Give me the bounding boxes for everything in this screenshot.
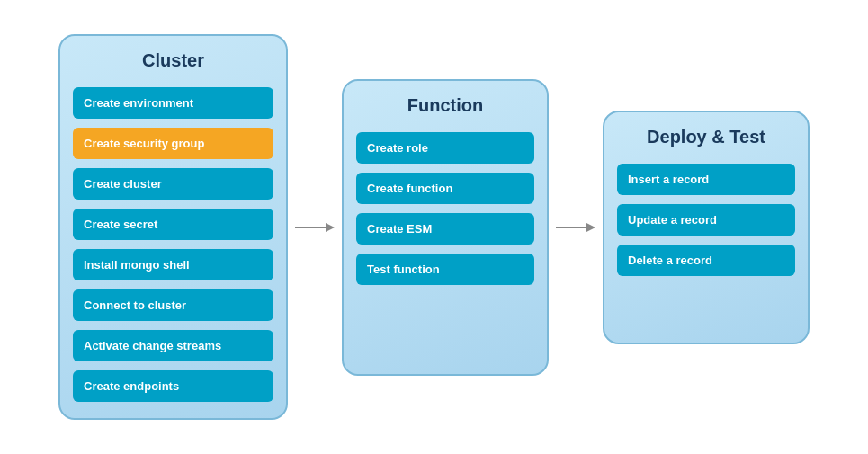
step-activate-change-streams[interactable]: Activate change streams [73,330,273,361]
arrow-function-to-deploy [549,215,603,240]
svg-marker-1 [326,223,335,232]
step-create-environment[interactable]: Create environment [73,87,273,119]
cluster-panel: Cluster Create environment Create securi… [58,34,288,420]
diagram-container: Cluster Create environment Create securi… [0,0,868,454]
step-create-role[interactable]: Create role [356,132,534,164]
step-create-secret[interactable]: Create secret [73,209,273,240]
deploy-panel-title: Deploy & Test [647,127,765,147]
svg-marker-3 [586,223,595,232]
function-panel: Function Create role Create function Cre… [342,79,549,376]
arrow-cluster-to-function [288,215,342,240]
step-create-security-group[interactable]: Create security group [73,128,273,159]
step-connect-to-cluster[interactable]: Connect to cluster [73,289,273,321]
step-create-esm[interactable]: Create ESM [356,213,534,245]
step-create-endpoints[interactable]: Create endpoints [73,370,273,402]
step-update-record[interactable]: Update a record [617,204,795,236]
step-install-mongo-shell[interactable]: Install mongo shell [73,249,273,280]
deploy-panel: Deploy & Test Insert a record Update a r… [603,111,810,344]
step-test-function[interactable]: Test function [356,254,534,285]
step-delete-record[interactable]: Delete a record [617,245,795,276]
step-create-cluster[interactable]: Create cluster [73,168,273,200]
step-insert-record[interactable]: Insert a record [617,164,795,195]
step-create-function[interactable]: Create function [356,173,534,204]
function-panel-title: Function [407,95,483,116]
cluster-panel-title: Cluster [142,50,204,71]
